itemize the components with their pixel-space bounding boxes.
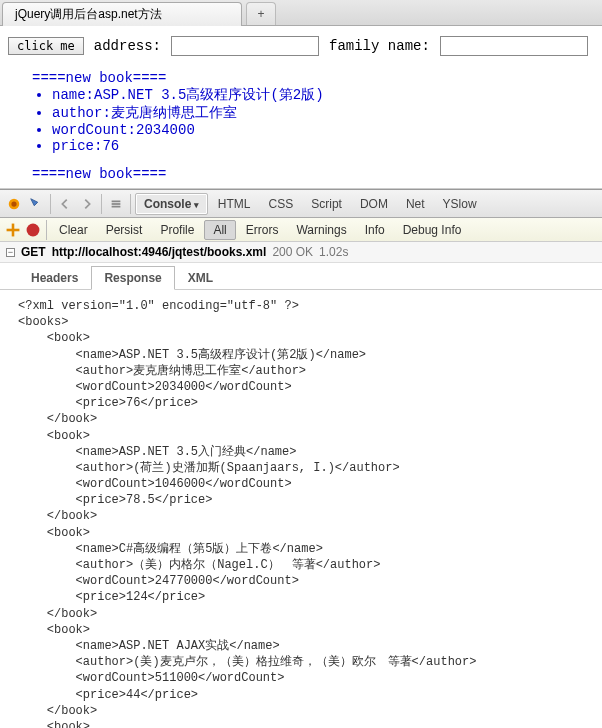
new-tab-button[interactable]: + <box>246 2 276 25</box>
svg-point-1 <box>11 201 16 206</box>
stop-icon[interactable] <box>24 221 42 239</box>
list-item: price:76 <box>52 138 594 154</box>
click-me-button[interactable]: click me <box>8 37 84 55</box>
resp-tab-headers[interactable]: Headers <box>18 266 91 289</box>
separator: ====new book==== <box>32 166 594 182</box>
form-row: click me address: family name: <box>8 36 594 56</box>
svg-rect-6 <box>12 223 15 236</box>
list-item: author:麦克唐纳博思工作室 <box>52 104 594 122</box>
tab-yslow[interactable]: YSlow <box>435 194 485 214</box>
tab-title: jQuery调用后台asp.net方法 <box>15 6 162 23</box>
tab-script[interactable]: Script <box>303 194 350 214</box>
svg-rect-3 <box>112 203 121 205</box>
sub-all[interactable]: All <box>204 220 235 240</box>
separator <box>46 220 47 240</box>
sub-persist[interactable]: Persist <box>98 221 151 239</box>
response-tabs: Headers Response XML <box>0 263 602 290</box>
tab-html[interactable]: HTML <box>210 194 259 214</box>
request-method: GET <box>21 245 46 259</box>
devtools-toolbar: Console HTML CSS Script DOM Net YSlow <box>0 190 602 218</box>
request-url: http://localhost:4946/jqtest/books.xml <box>52 245 267 259</box>
request-time: 1.02s <box>319 245 348 259</box>
list-item: wordCount:2034000 <box>52 122 594 138</box>
address-input[interactable] <box>171 36 319 56</box>
request-status: 200 OK <box>272 245 313 259</box>
back-icon[interactable] <box>55 194 75 214</box>
menu-icon[interactable] <box>106 194 126 214</box>
address-label: address: <box>94 38 161 54</box>
break-icon[interactable] <box>4 221 22 239</box>
page-content: click me address: family name: ====new b… <box>0 26 602 189</box>
resp-tab-response[interactable]: Response <box>91 266 174 290</box>
separator: ====new book==== <box>32 70 594 86</box>
inspect-icon[interactable] <box>26 194 46 214</box>
separator <box>130 194 131 214</box>
console-subtoolbar: Clear Persist Profile All Errors Warning… <box>0 218 602 242</box>
tab-net[interactable]: Net <box>398 194 433 214</box>
tab-css[interactable]: CSS <box>261 194 302 214</box>
sub-clear[interactable]: Clear <box>51 221 96 239</box>
separator <box>50 194 51 214</box>
family-name-label: family name: <box>329 38 430 54</box>
browser-tab[interactable]: jQuery调用后台asp.net方法 <box>2 2 242 26</box>
plus-icon: + <box>257 7 264 21</box>
list-item: name:ASP.NET 3.5高级程序设计(第2版) <box>52 86 594 104</box>
firebug-icon[interactable] <box>4 194 24 214</box>
response-body: <?xml version="1.0" encoding="utf-8" ?> … <box>0 290 602 728</box>
sub-info[interactable]: Info <box>357 221 393 239</box>
sub-debuginfo[interactable]: Debug Info <box>395 221 470 239</box>
browser-tab-bar: jQuery调用后台asp.net方法 + <box>0 0 602 26</box>
sub-errors[interactable]: Errors <box>238 221 287 239</box>
svg-rect-2 <box>112 200 121 202</box>
family-name-input[interactable] <box>440 36 588 56</box>
svg-point-7 <box>27 223 40 236</box>
book-list: ====new book==== name:ASP.NET 3.5高级程序设计(… <box>8 70 594 182</box>
sub-profile[interactable]: Profile <box>152 221 202 239</box>
tab-console[interactable]: Console <box>135 193 208 215</box>
separator <box>101 194 102 214</box>
resp-tab-xml[interactable]: XML <box>175 266 226 289</box>
devtools-panel: Console HTML CSS Script DOM Net YSlow Cl… <box>0 189 602 728</box>
sub-warnings[interactable]: Warnings <box>288 221 354 239</box>
forward-icon[interactable] <box>77 194 97 214</box>
request-row[interactable]: − GET http://localhost:4946/jqtest/books… <box>0 242 602 263</box>
tab-dom[interactable]: DOM <box>352 194 396 214</box>
svg-rect-4 <box>112 205 121 207</box>
collapse-icon[interactable]: − <box>6 248 15 257</box>
